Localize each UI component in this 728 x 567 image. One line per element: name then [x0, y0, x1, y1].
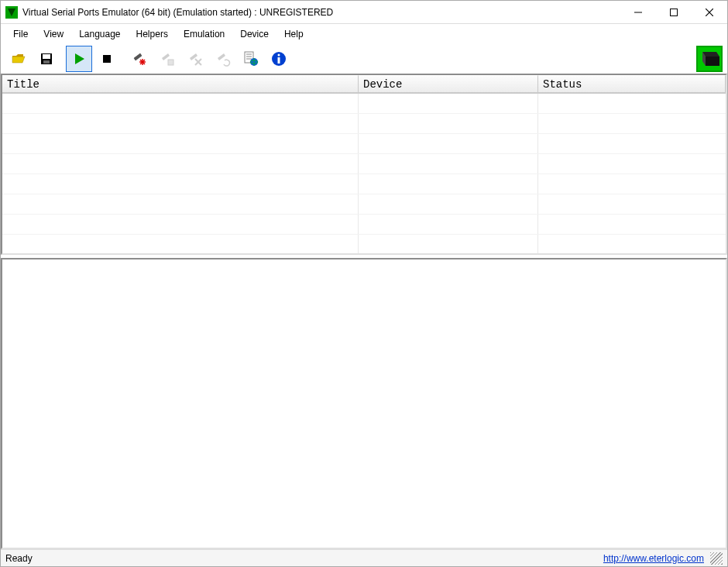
open-button[interactable] — [5, 46, 32, 72]
grid-body[interactable] — [2, 94, 726, 253]
minimize-button[interactable] — [620, 1, 656, 24]
window-title: Virtual Serial Ports Emulator (64 bit) (… — [22, 7, 620, 18]
reinit-device-button[interactable] — [210, 46, 236, 72]
svg-rect-8 — [43, 60, 50, 64]
svg-marker-31 — [706, 57, 719, 66]
svg-point-26 — [278, 54, 280, 57]
table-row — [2, 134, 726, 154]
menu-helpers[interactable]: Helpers — [129, 26, 176, 42]
table-row — [2, 215, 726, 235]
svg-rect-27 — [278, 57, 280, 64]
svg-rect-10 — [103, 55, 111, 63]
grid-header: Title Device Status — [2, 75, 726, 94]
menu-view[interactable]: View — [36, 26, 71, 42]
column-header-status[interactable]: Status — [538, 75, 726, 93]
edit-device-button[interactable] — [154, 46, 180, 72]
resize-grip[interactable] — [710, 552, 723, 565]
menu-file[interactable]: File — [5, 26, 36, 42]
toolbar — [1, 44, 727, 74]
web-script-button[interactable] — [238, 46, 264, 72]
maximize-button[interactable] — [656, 1, 692, 24]
table-row — [2, 114, 726, 134]
info-button[interactable] — [266, 46, 292, 72]
table-row — [2, 235, 726, 253]
svg-rect-15 — [168, 60, 173, 65]
table-row — [2, 154, 726, 174]
svg-marker-9 — [75, 53, 84, 64]
table-row — [2, 174, 726, 194]
status-link[interactable]: http://www.eterlogic.com — [603, 553, 704, 564]
menu-emulation[interactable]: Emulation — [176, 26, 232, 42]
table-row — [2, 94, 726, 114]
table-row — [2, 194, 726, 215]
statusbar: Ready http://www.eterlogic.com — [1, 549, 727, 566]
menubar: File View Language Helpers Emulation Dev… — [1, 24, 727, 44]
start-emulation-button[interactable] — [66, 46, 92, 72]
status-text: Ready — [5, 553, 603, 564]
close-button[interactable] — [692, 1, 727, 24]
stop-emulation-button[interactable] — [94, 46, 120, 72]
device-grid: Title Device Status — [1, 74, 727, 255]
app-icon — [5, 6, 18, 19]
menu-device[interactable]: Device — [232, 26, 276, 42]
column-header-device[interactable]: Device — [359, 75, 538, 93]
menu-help[interactable]: Help — [276, 26, 311, 42]
eterlogic-icon[interactable] — [696, 46, 723, 72]
titlebar: Virtual Serial Ports Emulator (64 bit) (… — [1, 1, 727, 24]
delete-device-button[interactable] — [182, 46, 208, 72]
svg-rect-3 — [671, 9, 678, 15]
log-panel[interactable] — [1, 258, 727, 549]
menu-language[interactable]: Language — [71, 26, 128, 42]
create-device-button[interactable] — [126, 46, 153, 72]
svg-rect-7 — [43, 54, 50, 59]
column-header-title[interactable]: Title — [2, 75, 359, 93]
save-button[interactable] — [33, 46, 60, 72]
